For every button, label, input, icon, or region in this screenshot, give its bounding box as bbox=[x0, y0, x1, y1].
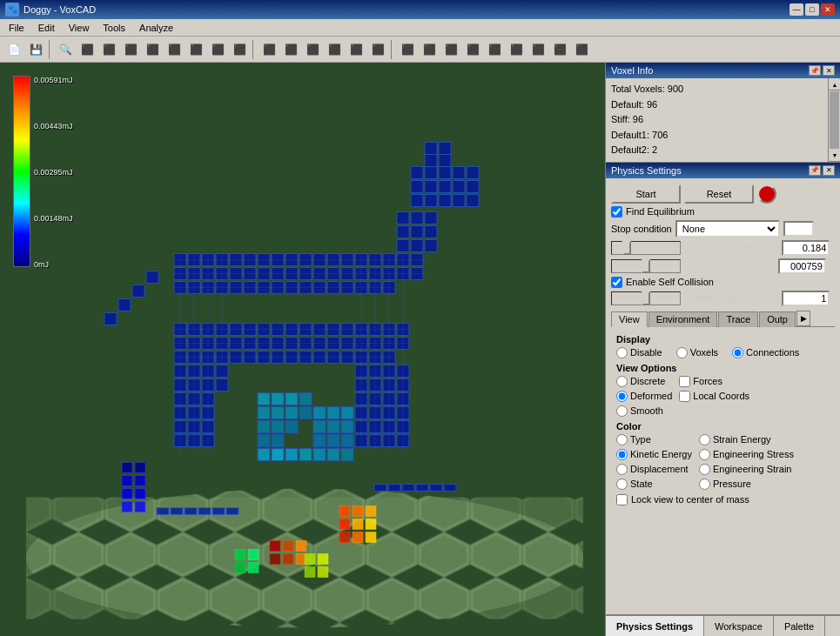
svg-rect-216 bbox=[299, 393, 312, 405]
viewport-3d[interactable]: 0.00591mJ 0.00443mJ 0.00295mJ 0.00148mJ … bbox=[0, 63, 605, 636]
color-type-radio[interactable] bbox=[616, 434, 628, 445]
tab-trace[interactable]: Trace bbox=[718, 311, 758, 327]
toolbar-btn-19[interactable]: ⬛ bbox=[440, 39, 461, 60]
toolbar-btn-11[interactable]: ⬛ bbox=[259, 39, 279, 60]
toolbar-btn-12[interactable]: ⬛ bbox=[280, 39, 301, 60]
stop-condition-value[interactable] bbox=[783, 221, 814, 237]
menu-tools[interactable]: Tools bbox=[96, 21, 132, 35]
lock-view-checkbox[interactable] bbox=[616, 494, 628, 505]
toolbar-btn-23[interactable]: ⬛ bbox=[528, 39, 548, 60]
start-button[interactable]: Start bbox=[611, 184, 681, 204]
timestep-input[interactable] bbox=[782, 240, 830, 256]
toolbar-btn-22[interactable]: ⬛ bbox=[506, 39, 527, 60]
view-deformed-radio[interactable] bbox=[616, 391, 628, 402]
bottom-tab-palette[interactable]: Palette bbox=[774, 616, 825, 636]
view-tabs-row: View Environment Trace Outp ▶ bbox=[611, 309, 835, 327]
reset-button[interactable]: Reset bbox=[684, 184, 754, 204]
local-coords-checkbox[interactable] bbox=[679, 391, 690, 402]
ground-damp-row: Ground damp ratio (z) bbox=[611, 258, 835, 274]
toolbar-btn-14[interactable]: ⬛ bbox=[324, 39, 345, 60]
maximize-button[interactable]: □ bbox=[805, 3, 819, 16]
color-eng-stress-radio[interactable] bbox=[699, 449, 710, 460]
voxel-scrollbar[interactable]: ▲ ▼ bbox=[828, 78, 840, 162]
toolbar-btn-5[interactable]: ⬛ bbox=[120, 39, 141, 60]
bottom-tab-physics[interactable]: Physics Settings bbox=[606, 616, 704, 636]
scroll-up-btn[interactable]: ▲ bbox=[829, 78, 840, 90]
stop-condition-select[interactable]: None Time step Energy bbox=[675, 220, 780, 238]
svg-rect-21 bbox=[270, 541, 280, 552]
tab-view[interactable]: View bbox=[611, 311, 648, 327]
physics-close[interactable]: ✕ bbox=[823, 165, 835, 176]
tab-scroll-arrow[interactable]: ▶ bbox=[796, 311, 810, 326]
color-strain-radio[interactable] bbox=[699, 434, 710, 445]
view-smooth-group: Smooth bbox=[616, 405, 672, 417]
toolbar-btn-18[interactable]: ⬛ bbox=[419, 39, 440, 60]
tab-environment[interactable]: Environment bbox=[648, 311, 718, 327]
svg-rect-246 bbox=[212, 508, 225, 515]
color-eng-strain-radio[interactable] bbox=[699, 464, 710, 475]
local-coords-label: Local Coords bbox=[693, 391, 749, 401]
minimize-button[interactable]: — bbox=[790, 3, 803, 16]
toolbar-btn-24[interactable]: ⬛ bbox=[549, 39, 570, 60]
ground-damp-slider[interactable] bbox=[611, 259, 681, 273]
color-kinetic-radio[interactable] bbox=[616, 449, 628, 460]
ground-damp-input[interactable] bbox=[778, 258, 826, 274]
toolbar-btn-17[interactable]: ⬛ bbox=[397, 39, 418, 60]
toolbar-save[interactable]: 💾 bbox=[25, 39, 46, 60]
tab-output[interactable]: Outp bbox=[759, 311, 796, 327]
toolbar-btn-20[interactable]: ⬛ bbox=[462, 39, 483, 60]
scroll-thumb bbox=[830, 91, 839, 149]
color-eng-strain-group: Engineering Strain bbox=[699, 464, 794, 475]
self-collision-checkbox[interactable] bbox=[611, 277, 622, 288]
find-equilibrium-checkbox[interactable] bbox=[611, 206, 622, 218]
svg-rect-34 bbox=[318, 567, 328, 578]
voxel-info-pin[interactable]: 📌 bbox=[809, 65, 821, 76]
display-voxels-label: Voxels bbox=[690, 347, 718, 358]
view-smooth-radio[interactable] bbox=[616, 405, 628, 417]
voxel-info-close[interactable]: ✕ bbox=[823, 65, 835, 76]
svg-rect-228 bbox=[341, 407, 353, 419]
menu-view[interactable]: View bbox=[62, 21, 97, 35]
toolbar-btn-13[interactable]: ⬛ bbox=[302, 39, 323, 60]
toolbar-btn-21[interactable]: ⬛ bbox=[484, 39, 505, 60]
menu-file[interactable]: File bbox=[2, 21, 31, 35]
display-connections-radio[interactable] bbox=[732, 347, 743, 358]
toolbar-btn-3[interactable]: ⬛ bbox=[77, 39, 97, 60]
toolbar-btn-16[interactable]: ⬛ bbox=[367, 39, 388, 60]
display-disable-label: Disable bbox=[630, 347, 662, 358]
timestep-row: timestep (% optimal dt) bbox=[611, 240, 835, 256]
bottom-tab-workspace[interactable]: Workspace bbox=[704, 616, 774, 636]
forces-checkbox[interactable] bbox=[679, 376, 690, 387]
toolbar-btn-4[interactable]: ⬛ bbox=[98, 39, 119, 60]
menu-analyze[interactable]: Analyze bbox=[132, 21, 180, 35]
view-discrete-radio[interactable] bbox=[616, 376, 628, 387]
display-voxels-radio[interactable] bbox=[676, 347, 688, 358]
toolbar-btn-8[interactable]: ⬛ bbox=[185, 39, 206, 60]
menu-edit[interactable]: Edit bbox=[31, 21, 62, 35]
toolbar-btn-7[interactable]: ⬛ bbox=[164, 39, 185, 60]
color-displacement-radio[interactable] bbox=[616, 464, 628, 475]
svg-rect-11 bbox=[135, 502, 145, 512]
collision-damp-input[interactable] bbox=[782, 291, 830, 306]
toolbar-btn-15[interactable]: ⬛ bbox=[346, 39, 366, 60]
physics-pin[interactable]: 📌 bbox=[809, 165, 821, 176]
color-displacement-group: Displacement bbox=[616, 464, 692, 475]
scroll-down-btn[interactable]: ▼ bbox=[829, 150, 840, 162]
color-eng-stress-label: Engineering Stress bbox=[713, 449, 794, 459]
toolbar-btn-9[interactable]: ⬛ bbox=[207, 39, 228, 60]
toolbar-zoom[interactable]: 🔍 bbox=[55, 39, 76, 60]
toolbar-new[interactable]: 📄 bbox=[3, 39, 24, 60]
toolbar-btn-10[interactable]: ⬛ bbox=[229, 39, 250, 60]
record-button[interactable] bbox=[757, 184, 776, 204]
timestep-slider[interactable] bbox=[611, 241, 681, 255]
display-disable-radio[interactable] bbox=[616, 347, 628, 358]
color-pressure-radio[interactable] bbox=[699, 479, 710, 490]
close-button[interactable]: ✕ bbox=[821, 3, 835, 16]
collision-damp-slider[interactable] bbox=[611, 291, 681, 305]
display-connections-label: Connections bbox=[746, 347, 799, 358]
color-state-radio[interactable] bbox=[616, 479, 628, 490]
svg-rect-204 bbox=[467, 195, 479, 207]
toolbar-btn-25[interactable]: ⬛ bbox=[571, 39, 592, 60]
physics-content: Start Reset Find Equilibrium Stop condit… bbox=[606, 178, 840, 614]
toolbar-btn-6[interactable]: ⬛ bbox=[142, 39, 163, 60]
